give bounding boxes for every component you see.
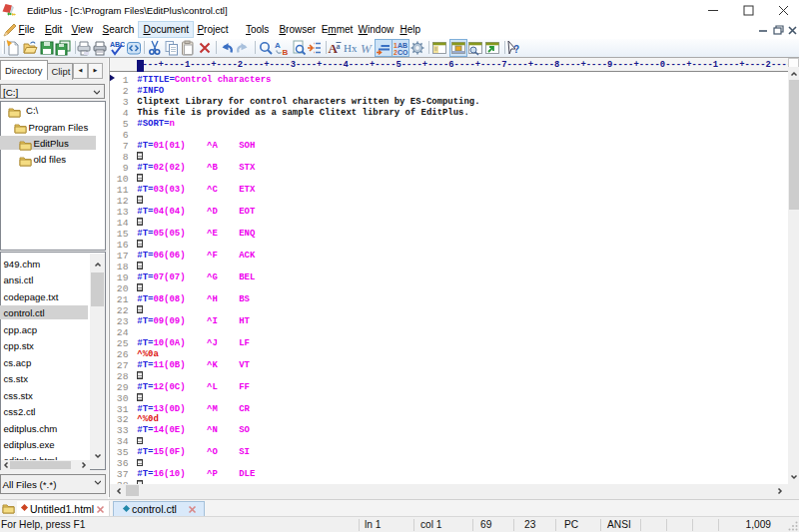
svg-text:CO: CO — [398, 49, 408, 56]
svg-text:Hx: Hx — [344, 42, 358, 54]
svg-text:AB: AB — [398, 42, 407, 49]
svg-text:W: W — [361, 41, 373, 56]
svg-text:B: B — [283, 48, 289, 57]
svg-text:ABC: ABC — [110, 41, 125, 48]
svg-text:?: ? — [513, 44, 519, 55]
svg-text:A: A — [275, 41, 281, 50]
svg-text:a: a — [337, 42, 341, 51]
